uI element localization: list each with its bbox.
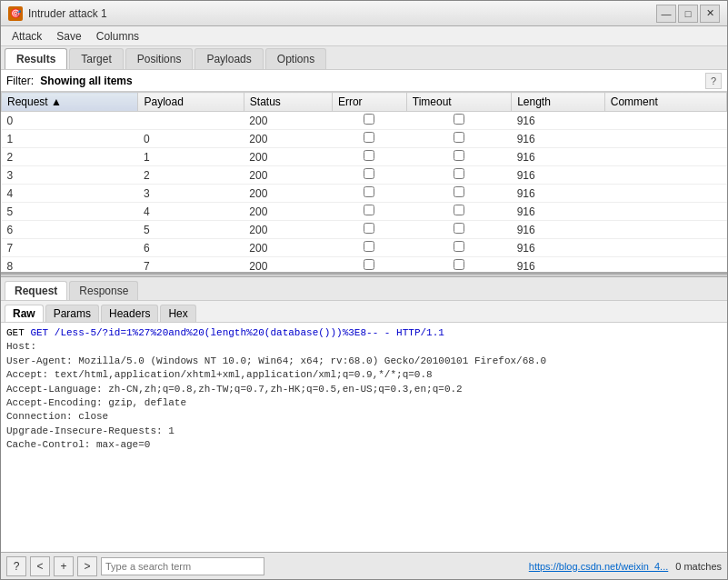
request-url: GET /Less-5/?id=1%27%20and%20(length%20(… (30, 327, 444, 338)
table-row[interactable]: 10200916 (2, 130, 727, 148)
req-res-bar: Request Response (1, 277, 727, 301)
col-request[interactable]: Request ▲ (2, 93, 138, 112)
cell-comment (604, 112, 726, 130)
table-row[interactable]: 54200916 (2, 203, 727, 221)
cell-request: 2 (2, 148, 138, 166)
subtab-hex[interactable]: Hex (160, 305, 195, 322)
cell-status: 200 (244, 112, 332, 130)
tab-response[interactable]: Response (69, 281, 138, 300)
cell-timeout (406, 203, 511, 221)
main-window: 🎯 Intruder attack 1 — □ ✕ Attack Save Co… (0, 0, 728, 580)
cell-error (332, 130, 406, 148)
add-button[interactable]: + (54, 556, 74, 576)
search-input[interactable] (101, 557, 264, 575)
tab-target[interactable]: Target (69, 48, 123, 69)
bottom-controls: ? < + > (6, 556, 264, 576)
tab-request[interactable]: Request (5, 281, 67, 300)
cell-payload: 6 (138, 239, 244, 257)
table-row[interactable]: 21200916 (2, 148, 727, 166)
maximize-button[interactable]: □ (678, 5, 698, 23)
request-line-9: Cache-Control: max-age=0 (6, 438, 722, 452)
cell-payload: 3 (138, 185, 244, 203)
bottom-right: https://blog.csdn.net/weixin_4... 0 matc… (529, 561, 722, 572)
request-line-8: Upgrade-Insecure-Requests: 1 (6, 425, 722, 438)
url-link[interactable]: https://blog.csdn.net/weixin_4... (529, 561, 668, 572)
table-row[interactable]: 65200916 (2, 221, 727, 239)
cell-payload: 2 (138, 166, 244, 185)
request-content: GET GET /Less-5/?id=1%27%20and%20(length… (1, 323, 727, 552)
request-line-4: Accept: text/html,application/xhtml+xml,… (6, 368, 722, 382)
subtab-params[interactable]: Params (45, 305, 99, 322)
menu-attack[interactable]: Attack (5, 28, 49, 45)
cell-timeout (406, 148, 511, 166)
app-icon: 🎯 (8, 6, 23, 21)
help-button[interactable]: ? (6, 556, 26, 576)
cell-payload: 0 (138, 130, 244, 148)
request-line-1: GET GET /Less-5/?id=1%27%20and%20(length… (6, 326, 722, 340)
request-method: GET (6, 327, 30, 338)
cell-payload: 5 (138, 221, 244, 239)
menu-columns[interactable]: Columns (89, 28, 146, 45)
cell-payload: 4 (138, 203, 244, 221)
table-row[interactable]: 76200916 (2, 239, 727, 257)
col-status[interactable]: Status (244, 93, 332, 112)
table-row[interactable]: 43200916 (2, 185, 727, 203)
subtab-raw[interactable]: Raw (5, 305, 44, 322)
cell-comment (604, 257, 726, 275)
title-bar: 🎯 Intruder attack 1 — □ ✕ (1, 1, 727, 26)
prev-button[interactable]: < (30, 556, 50, 576)
cell-error (332, 221, 406, 239)
cell-timeout (406, 257, 511, 275)
cell-error (332, 203, 406, 221)
cell-request: 6 (2, 221, 138, 239)
cell-status: 200 (244, 203, 332, 221)
cell-timeout (406, 112, 511, 130)
cell-status: 200 (244, 130, 332, 148)
menu-save[interactable]: Save (49, 28, 88, 45)
tab-payloads[interactable]: Payloads (194, 48, 263, 69)
cell-payload: 1 (138, 148, 244, 166)
cell-request: 5 (2, 203, 138, 221)
tab-options[interactable]: Options (265, 48, 326, 69)
col-payload[interactable]: Payload (138, 93, 244, 112)
cell-length: 916 (512, 239, 605, 257)
cell-length: 916 (512, 130, 605, 148)
cell-error (332, 257, 406, 275)
tab-positions[interactable]: Positions (125, 48, 194, 69)
minimize-button[interactable]: — (656, 5, 676, 23)
window-title: Intruder attack 1 (28, 7, 107, 20)
next-button[interactable]: > (77, 556, 97, 576)
cell-comment (604, 166, 726, 185)
cell-length: 916 (512, 112, 605, 130)
cell-request: 4 (2, 185, 138, 203)
request-line-7: Connection: close (6, 410, 722, 424)
table-row[interactable]: 32200916 (2, 166, 727, 185)
filter-help-button[interactable]: ? (705, 73, 722, 89)
subtab-headers[interactable]: Headers (101, 305, 158, 322)
cell-status: 200 (244, 148, 332, 166)
cell-error (332, 239, 406, 257)
filter-text: Showing all items (40, 75, 132, 87)
cell-request: 8 (2, 257, 138, 275)
cell-comment (604, 185, 726, 203)
results-table-container: Request ▲ Payload Status Error Timeout L… (1, 92, 727, 274)
results-table: Request ▲ Payload Status Error Timeout L… (1, 92, 727, 274)
cell-request: 7 (2, 239, 138, 257)
request-line-6: Accept-Encoding: gzip, deflate (6, 396, 722, 410)
col-comment[interactable]: Comment (604, 93, 726, 112)
filter-label: Filter: Showing all items (6, 75, 133, 87)
cell-status: 200 (244, 257, 332, 275)
request-line-3: User-Agent: Mozilla/5.0 (Windows NT 10.0… (6, 355, 722, 368)
col-length[interactable]: Length (512, 93, 605, 112)
col-timeout[interactable]: Timeout (406, 93, 511, 112)
close-button[interactable]: ✕ (700, 5, 720, 23)
request-line-2: Host: (6, 340, 722, 354)
cell-comment (604, 239, 726, 257)
cell-status: 200 (244, 185, 332, 203)
table-row[interactable]: 0200916 (2, 112, 727, 130)
table-row[interactable]: 87200916 (2, 257, 727, 275)
cell-request: 0 (2, 112, 138, 130)
filter-prefix: Filter: (6, 75, 34, 87)
tab-results[interactable]: Results (5, 48, 67, 69)
col-error[interactable]: Error (332, 93, 406, 112)
